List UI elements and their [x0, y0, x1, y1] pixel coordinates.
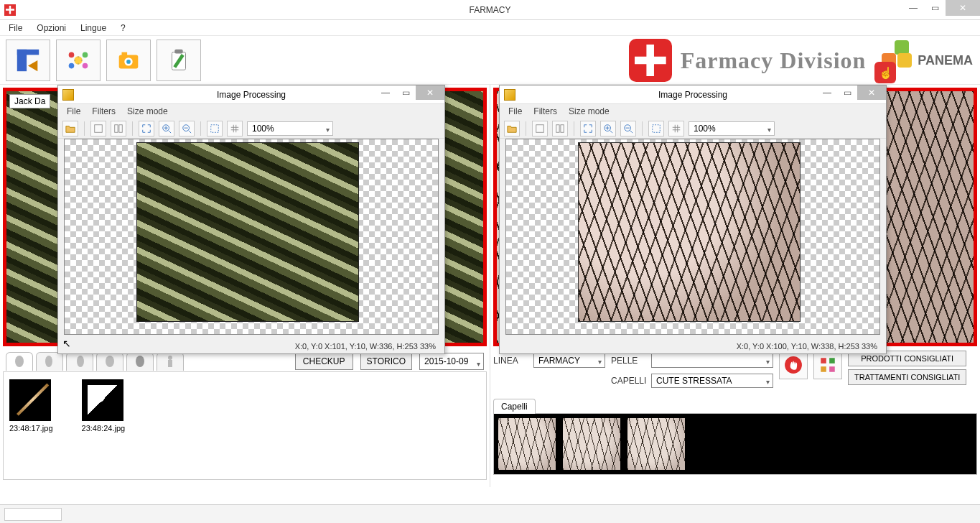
capelli-thumb[interactable]: [563, 418, 620, 470]
svg-point-4: [83, 52, 88, 57]
imgproc-close[interactable]: ✕: [857, 85, 886, 100]
toolbar-body-button[interactable]: [56, 40, 101, 81]
grid-toggle-button[interactable]: [227, 121, 243, 136]
thumbnail-row: 23:48:17.jpg 23:48:24.jpg: [3, 372, 487, 480]
fit-button[interactable]: [139, 121, 154, 136]
checkup-button[interactable]: CHECKUP: [295, 353, 353, 370]
grid-icon: [818, 356, 837, 374]
imgproc-status: X:0, Y:0 X:100, Y:10, W:338, H:253 33%: [734, 341, 880, 352]
toolbar-clipboard-button[interactable]: [157, 40, 201, 81]
minimize-button[interactable]: —: [902, 0, 924, 16]
imgproc-minimize[interactable]: —: [375, 85, 396, 100]
imgproc-menu-sizemode[interactable]: Size mode: [564, 105, 614, 118]
maximize-button[interactable]: ▭: [924, 0, 946, 16]
fit-button[interactable]: [580, 121, 596, 136]
linea-select[interactable]: FARMACY: [533, 353, 605, 368]
svg-rect-21: [821, 358, 826, 364]
imgproc-menu-sizemode[interactable]: Size mode: [123, 105, 172, 118]
svg-point-13: [15, 356, 24, 367]
imgproc-window-right[interactable]: Image Processing — ▭ ✕ File Filters Size…: [499, 85, 887, 354]
linea-label: LINEA: [493, 356, 529, 366]
svg-rect-31: [536, 124, 544, 132]
view1-button[interactable]: [532, 121, 548, 136]
trattamenti-button[interactable]: TRATTAMENTI CONSIGLIATI: [848, 369, 966, 385]
zoom-select[interactable]: 100%: [247, 121, 333, 136]
menu-opzioni[interactable]: Opzioni: [31, 22, 72, 34]
selection-button[interactable]: [207, 121, 223, 136]
main-menubar: File Opzioni Lingue ?: [0, 20, 980, 36]
tab-head-left[interactable]: [36, 352, 63, 371]
imgproc-close[interactable]: ✕: [416, 85, 444, 100]
statusbar: [0, 504, 980, 523]
imgproc-menu-file[interactable]: File: [504, 105, 526, 118]
imgproc-window-left[interactable]: Image Processing — ▭ ✕ File Filters Size…: [57, 85, 445, 354]
toolbar-separator: [132, 121, 133, 136]
imgproc-menu-filters[interactable]: Filters: [529, 105, 561, 118]
patient-name-badge: Jack Da: [9, 94, 50, 108]
imgproc-canvas[interactable]: [505, 139, 880, 335]
menu-help[interactable]: ?: [115, 22, 131, 34]
toolbar-camera-button[interactable]: [106, 40, 151, 81]
svg-point-6: [83, 63, 88, 68]
imgproc-toolbar: 100%: [58, 119, 444, 139]
imgproc-titlebar[interactable]: Image Processing — ▭ ✕: [500, 85, 886, 104]
zoom-in-button[interactable]: [159, 121, 174, 136]
view1-button[interactable]: [90, 121, 106, 136]
capelli-select[interactable]: CUTE STRESSATA: [651, 374, 773, 388]
zoom-out-button[interactable]: [179, 121, 195, 136]
open-button[interactable]: [62, 121, 78, 136]
clipboard-icon: [165, 47, 192, 74]
thumbnail-image: [9, 379, 51, 421]
menu-file[interactable]: File: [3, 22, 28, 34]
tab-face[interactable]: [126, 352, 154, 371]
pelle-select[interactable]: [651, 353, 773, 368]
thumbnail-item[interactable]: 23:48:24.jpg: [82, 379, 126, 472]
branding-area: Farmacy Division ☝ PANEMA: [629, 39, 973, 82]
imgproc-toolbar: 100%: [500, 119, 886, 139]
close-button[interactable]: ✕: [946, 0, 980, 16]
canvas-image: [578, 142, 801, 322]
imgproc-minimize[interactable]: —: [817, 85, 837, 100]
zoom-out-button[interactable]: [620, 121, 636, 136]
date-select[interactable]: 2015-10-09: [419, 353, 484, 370]
capelli-thumb[interactable]: [627, 418, 685, 470]
svg-point-9: [126, 60, 131, 64]
zoom-in-button[interactable]: [600, 121, 616, 136]
imgproc-titlebar[interactable]: Image Processing — ▭ ✕: [58, 85, 444, 104]
grid-action-button[interactable]: [813, 351, 842, 379]
imgproc-maximize[interactable]: ▭: [837, 85, 857, 100]
tab-head-front[interactable]: [6, 352, 33, 371]
tab-head-back[interactable]: [96, 352, 123, 371]
svg-point-16: [106, 356, 114, 367]
thumbnail-item[interactable]: 23:48:17.jpg: [9, 379, 53, 472]
zoom-select[interactable]: 100%: [689, 121, 775, 136]
open-button[interactable]: [504, 121, 520, 136]
svg-point-18: [168, 356, 172, 360]
svg-rect-36: [653, 124, 661, 132]
tab-body[interactable]: [157, 352, 184, 371]
selection-button[interactable]: [648, 121, 664, 136]
tab-head-right[interactable]: [66, 352, 93, 371]
toolbar-back-button[interactable]: [6, 40, 50, 81]
toolbar-separator: [526, 121, 526, 136]
svg-rect-33: [561, 124, 564, 132]
imgproc-canvas[interactable]: [64, 139, 439, 335]
svg-rect-26: [115, 124, 118, 132]
imgproc-menu-filters[interactable]: Filters: [88, 105, 120, 118]
svg-rect-23: [821, 366, 826, 372]
toolbar-separator: [200, 121, 201, 136]
touch-action-button[interactable]: [779, 351, 808, 379]
storico-button[interactable]: STORICO: [360, 353, 412, 370]
main-titlebar: FARMACY — ▭ ✕: [0, 0, 980, 20]
grid-toggle-button[interactable]: [668, 121, 684, 136]
right-form: LINEA FARMACY PELLE CAPELLI CUTE STRESSA…: [493, 351, 977, 391]
imgproc-menu-file[interactable]: File: [62, 105, 85, 118]
view2-button[interactable]: [111, 121, 126, 136]
menu-lingue[interactable]: Lingue: [75, 22, 112, 34]
back-icon: [14, 47, 42, 74]
thumbnail-caption: 23:48:17.jpg: [9, 424, 53, 432]
imgproc-maximize[interactable]: ▭: [396, 85, 416, 100]
tab-capelli[interactable]: Capelli: [493, 399, 536, 414]
view2-button[interactable]: [552, 121, 568, 136]
capelli-thumb[interactable]: [498, 418, 556, 470]
